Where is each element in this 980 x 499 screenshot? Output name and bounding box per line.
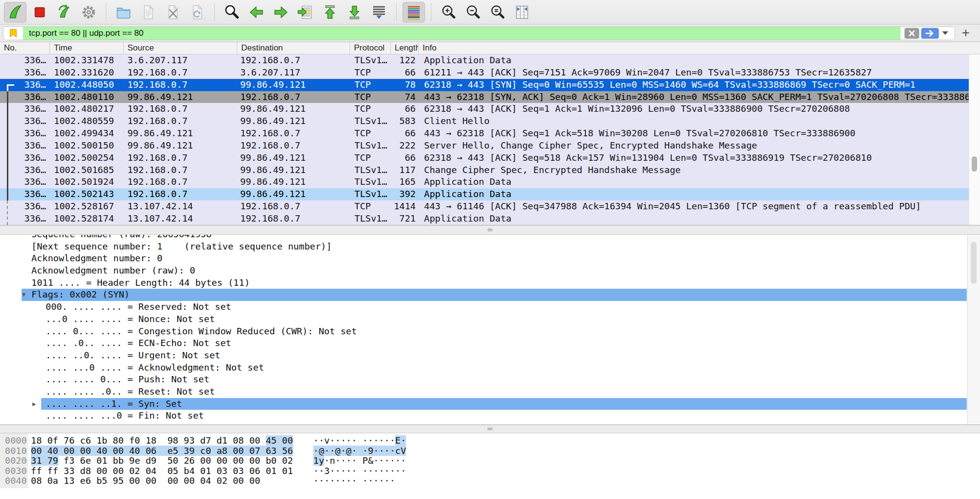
packet-cell-protocol: TLSv1… <box>350 140 391 152</box>
detail-line[interactable]: Acknowledgment number (raw): 0 <box>0 265 980 277</box>
packet-row[interactable]: 336…1002.52816713.107.42.14192.168.0.7TC… <box>0 200 969 213</box>
details-scrollbar-thumb[interactable] <box>971 242 977 284</box>
detail-line[interactable]: Acknowledgment number: 0 <box>0 252 980 265</box>
packet-row[interactable]: 336…1002.52817413.107.42.14192.168.0.7TL… <box>0 213 969 225</box>
detail-line[interactable]: .... ..0. .... = Urgent: Not set <box>0 349 980 362</box>
detail-line[interactable]: .... .... 0... = Push: Not set <box>0 374 980 386</box>
detail-line[interactable]: 1011 .... = Header Length: 44 bytes (11) <box>0 277 980 289</box>
splitter-handle[interactable] <box>487 427 493 430</box>
packet-row[interactable]: 336…1002.501685192.168.0.799.86.49.121TL… <box>0 164 969 176</box>
packet-row[interactable]: 336…1002.502143192.168.0.799.86.49.121TL… <box>0 188 969 200</box>
filter-apply-button[interactable] <box>921 28 939 39</box>
packet-cell-info: Server Hello, Change Cipher Spec, Encryp… <box>419 140 969 152</box>
packet-cell-destination: 99.86.49.121 <box>237 115 350 127</box>
detail-line[interactable]: .... ...0 .... = Acknowledgment: Not set <box>0 362 980 374</box>
column-header-no[interactable]: No. <box>0 42 50 54</box>
packet-row[interactable]: 336…1002.331620192.168.0.73.6.207.117TCP… <box>0 67 969 79</box>
packet-cell-no: 336… <box>0 54 50 67</box>
column-header-source[interactable]: Source <box>124 42 237 54</box>
add-filter-expression-button[interactable]: + <box>962 26 970 40</box>
hex-ascii: ·@··@·@· ·9····cV <box>313 446 406 456</box>
packet-cell-length: 122 <box>391 54 419 67</box>
splitter-handle[interactable] <box>487 228 493 231</box>
pane-splitter-bottom[interactable] <box>0 424 980 433</box>
resize-columns-button[interactable] <box>511 2 533 23</box>
go-forward-button[interactable] <box>270 2 292 23</box>
column-header-time[interactable]: Time <box>50 42 124 54</box>
detail-line-text: Acknowledgment number (raw): 0 <box>0 265 195 275</box>
detail-line[interactable]: ▶.... .... ..1. = Syn: Set <box>0 398 980 410</box>
zoom-in-button[interactable] <box>437 2 460 23</box>
hex-row[interactable]: 0030ff ff 33 d8 00 00 02 04 05 b4 01 03 … <box>0 466 980 476</box>
packet-cell-time: 1002.499434 <box>50 127 124 140</box>
zoom-out-button[interactable] <box>462 2 484 23</box>
capture-stop-button[interactable] <box>28 2 51 23</box>
column-header-destination[interactable]: Destination <box>237 42 350 54</box>
pane-splitter-top[interactable] <box>0 225 980 235</box>
detail-line[interactable]: ...0 .... .... = Nonce: Not set <box>0 313 980 325</box>
detail-line[interactable]: .... .... .0.. = Reset: Not set <box>0 386 980 398</box>
packet-list-scrollbar-thumb[interactable] <box>972 156 977 172</box>
packet-row[interactable]: 336…1002.500254192.168.0.799.86.49.121TC… <box>0 152 969 164</box>
hex-ascii-segment: ·n···· P&······ <box>324 455 406 466</box>
packet-row[interactable]: 336…1002.448050192.168.0.799.86.49.121TC… <box>0 79 969 91</box>
detail-line[interactable]: .... .0.. .... = ECN-Echo: Not set <box>0 337 980 349</box>
hex-bytes-segment-selected: 00 40 00 00 40 00 40 06 e5 39 c0 a8 00 0… <box>31 446 293 456</box>
clear-filter-icon <box>907 29 916 38</box>
column-header-info[interactable]: Info <box>419 42 980 54</box>
detail-line[interactable]: .... 0... .... = Congestion Window Reduc… <box>0 325 980 338</box>
capture-start-button[interactable] <box>4 2 26 23</box>
detail-line[interactable]: ▼Flags: 0x002 (SYN) <box>0 289 980 301</box>
packet-list-scrollbar[interactable] <box>969 54 980 225</box>
auto-scroll-button[interactable] <box>368 2 390 23</box>
toolbar-separator <box>106 3 106 21</box>
find-packet-icon <box>224 4 240 21</box>
detail-line[interactable]: 000. .... .... = Reserved: Not set <box>0 301 980 313</box>
packet-row[interactable]: 336…1002.49943499.86.49.121192.168.0.7TC… <box>0 127 969 140</box>
go-to-packet-button[interactable] <box>294 2 317 23</box>
file-close-button[interactable] <box>161 2 184 23</box>
expander-open-icon[interactable]: ▼ <box>22 289 25 301</box>
file-save-button[interactable] <box>137 2 159 23</box>
packet-list-header[interactable]: No.TimeSourceDestinationProtocolLengthIn… <box>0 42 980 54</box>
file-open-button[interactable] <box>112 2 135 23</box>
hex-row[interactable]: 004008 0a 13 e6 b5 95 00 00 00 00 04 02 … <box>0 476 980 486</box>
filter-dropdown-button[interactable] <box>939 31 952 35</box>
detail-line[interactable]: Sequence number (raw): 2665041958 <box>0 235 980 241</box>
detail-line-text: .... .... .0.. = Reset: Not set <box>0 386 215 397</box>
hex-row[interactable]: 000018 0f 76 c6 1b 80 f0 18 98 93 d7 d1 … <box>0 436 980 446</box>
hex-row[interactable]: 001000 40 00 00 40 00 40 06 e5 39 c0 a8 … <box>0 446 980 456</box>
expander-closed-icon[interactable]: ▶ <box>32 398 36 410</box>
capture-options-button[interactable] <box>77 2 100 23</box>
filter-clear-button[interactable] <box>905 28 919 39</box>
detail-line[interactable]: [Next sequence number: 1 (relative seque… <box>0 241 980 253</box>
file-reload-button[interactable] <box>186 2 208 23</box>
packet-row[interactable]: 336…1002.480217192.168.0.799.86.49.121TC… <box>0 103 969 115</box>
packet-cell-source: 99.86.49.121 <box>124 127 237 140</box>
packet-row[interactable]: 336…1002.3314783.6.207.117192.168.0.7TLS… <box>0 54 969 67</box>
packet-cell-length: 117 <box>391 164 419 176</box>
capture-restart-button[interactable] <box>53 2 75 23</box>
packet-row[interactable]: 336…1002.501924192.168.0.799.86.49.121TL… <box>0 176 969 188</box>
hex-offset: 0020 <box>5 456 27 466</box>
packet-cell-time: 1002.500254 <box>50 152 124 164</box>
colorize-packets-button[interactable] <box>402 2 425 23</box>
column-header-length[interactable]: Length <box>391 42 419 54</box>
filter-bookmark-button[interactable] <box>3 27 23 40</box>
detail-selection-highlight <box>22 289 967 301</box>
find-packet-button[interactable] <box>221 2 243 23</box>
filter-expression-text[interactable]: tcp.port == 80 || udp.port == 80 <box>23 27 901 40</box>
go-first-button[interactable] <box>319 2 341 23</box>
zoom-reset-button[interactable] <box>486 2 509 23</box>
go-last-button[interactable] <box>343 2 366 23</box>
packet-row[interactable]: 336…1002.48011099.86.49.121192.168.0.7TC… <box>0 91 969 103</box>
packet-row[interactable]: 336…1002.480559192.168.0.799.86.49.121TL… <box>0 115 969 127</box>
go-back-button[interactable] <box>245 2 268 23</box>
packet-row[interactable]: 336…1002.50015099.86.49.121192.168.0.7TL… <box>0 140 969 152</box>
details-scrollbar[interactable] <box>967 235 980 424</box>
display-filter-input[interactable]: tcp.port == 80 || udp.port == 80 <box>3 26 955 40</box>
column-header-protocol[interactable]: Protocol <box>350 42 391 54</box>
file-save-icon <box>140 4 156 21</box>
detail-line[interactable]: .... .... ...0 = Fin: Not set <box>0 410 980 422</box>
hex-row[interactable]: 002031 79 f3 6e 01 bb 9e d9 50 26 00 00 … <box>0 456 980 466</box>
